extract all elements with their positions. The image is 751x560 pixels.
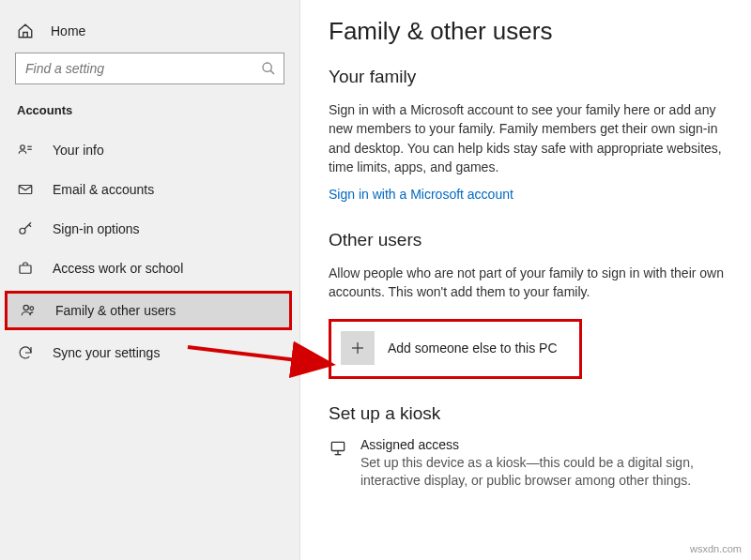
svg-point-8 [23,305,28,310]
svg-point-2 [21,145,25,150]
signin-link[interactable]: Sign in with a Microsoft account [329,187,513,202]
people-icon [20,302,37,319]
sidebar-item-sync[interactable]: Sync your settings [0,333,299,372]
main-content: Family & other users Your family Sign in… [300,0,751,560]
assigned-access-item[interactable]: Assigned access Set up this device as a … [329,437,730,491]
key-icon [17,220,34,237]
sidebar-item-family-other[interactable]: Family & other users [5,291,292,330]
sidebar-item-label: Family & other users [55,303,176,318]
sidebar-item-label: Sign-in options [53,221,140,236]
sidebar: Home Accounts Your info Email & accounts… [0,0,300,560]
svg-rect-12 [331,442,344,450]
home-button[interactable]: Home [0,15,299,53]
sidebar-item-your-info[interactable]: Your info [0,130,299,170]
page-title: Family & other users [329,17,730,46]
monitor-icon [329,439,347,462]
home-icon [17,23,34,39]
sync-icon [17,344,34,361]
assigned-access-title: Assigned access [360,437,730,452]
category-label: Accounts [0,103,299,130]
sidebar-item-label: Your info [53,143,104,158]
search-icon [261,61,276,76]
sidebar-item-email-accounts[interactable]: Email & accounts [0,170,299,209]
mail-icon [17,181,34,198]
kiosk-heading: Set up a kiosk [329,403,730,424]
search-box[interactable] [15,53,284,84]
search-input[interactable] [25,61,261,76]
other-users-heading: Other users [329,230,730,250]
sidebar-item-access-work[interactable]: Access work or school [0,249,299,288]
svg-line-1 [270,70,274,74]
family-heading: Your family [329,67,730,87]
assigned-access-desc: Set up this device as a kiosk—this could… [360,454,730,491]
family-body: Sign in with a Microsoft account to see … [329,100,730,176]
plus-icon [341,331,375,365]
home-label: Home [51,23,85,38]
svg-point-0 [263,63,271,71]
svg-rect-5 [19,186,32,194]
briefcase-icon [17,260,34,277]
svg-rect-7 [20,265,31,273]
sidebar-item-signin-options[interactable]: Sign-in options [0,209,299,249]
person-card-icon [17,142,34,159]
svg-point-9 [30,307,34,310]
add-someone-label: Add someone else to this PC [388,341,558,356]
sidebar-item-label: Sync your settings [53,345,160,360]
add-someone-button[interactable]: Add someone else to this PC [329,319,582,379]
sidebar-item-label: Email & accounts [53,182,154,197]
other-users-body: Allow people who are not part of your fa… [329,264,730,302]
watermark: wsxdn.com [690,543,742,554]
sidebar-item-label: Access work or school [53,261,183,276]
svg-point-6 [20,228,25,234]
